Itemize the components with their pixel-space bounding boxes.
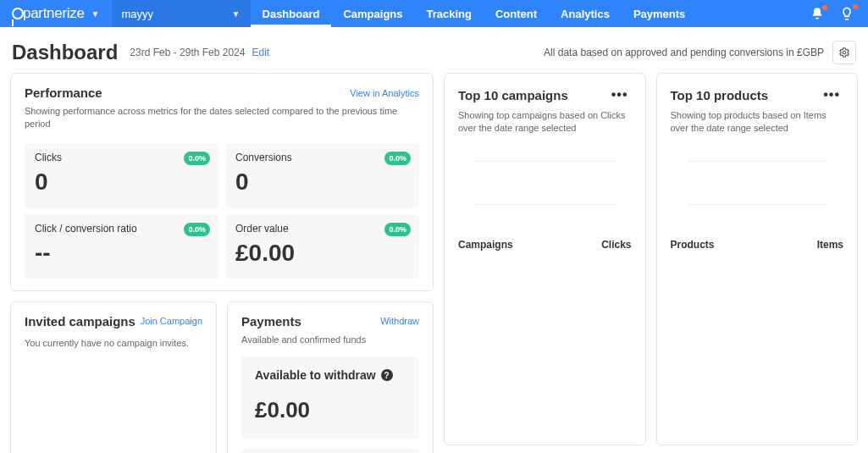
col-items: Items <box>817 239 843 251</box>
nav-dashboard[interactable]: Dashboard <box>251 0 332 27</box>
chevron-down-icon: ▼ <box>91 9 100 19</box>
metric-value: 0 <box>35 168 208 196</box>
metric-conversions: 0.0% Conversions 0 <box>225 143 419 207</box>
performance-title: Performance <box>25 86 102 100</box>
confirmed-box: Confirmed for payment ? £0.00 <box>241 449 419 453</box>
lightbulb-icon <box>839 6 854 21</box>
payments-card: Payments Withdraw Available and confirme… <box>227 301 434 453</box>
page-title: Dashboard <box>12 41 118 64</box>
notification-dot <box>853 4 858 9</box>
join-campaign-link[interactable]: Join Campaign <box>141 316 202 326</box>
date-range: 23rd Feb - 29th Feb 2024 <box>130 47 245 58</box>
brand-logo: partnerize <box>12 5 85 22</box>
account-picker[interactable]: mayyy ▼ <box>112 0 251 27</box>
brand-switcher[interactable]: partnerize ▼ <box>0 0 112 27</box>
account-name: mayyy <box>122 8 154 20</box>
nav-campaigns[interactable]: Campaigns <box>331 0 414 27</box>
invited-title: Invited campaigns <box>25 314 135 329</box>
metric-value: -- <box>35 240 208 267</box>
notification-dot <box>822 5 827 10</box>
col-clicks: Clicks <box>601 239 631 251</box>
nav-tracking[interactable]: Tracking <box>415 0 484 27</box>
pct-badge: 0.0% <box>384 223 411 236</box>
metric-label: Conversions <box>235 152 409 163</box>
view-analytics-link[interactable]: View in Analytics <box>350 88 419 98</box>
top-products-title: Top 10 products <box>671 88 769 102</box>
available-box: Available to withdraw ? £0.00 <box>241 356 419 439</box>
metric-value: 0 <box>235 168 409 196</box>
help-button[interactable] <box>839 6 854 21</box>
help-icon[interactable]: ? <box>381 369 393 381</box>
top-products-subtitle: Showing top products based on Items over… <box>671 109 844 135</box>
metric-label: Order value <box>235 223 409 235</box>
nav-analytics[interactable]: Analytics <box>549 0 622 27</box>
col-campaigns: Campaigns <box>458 239 513 251</box>
metric-clicks: 0.0% Clicks 0 <box>25 143 218 207</box>
top-campaigns-subtitle: Showing top campaigns based on Clicks ov… <box>458 109 632 135</box>
metric-ratio: 0.0% Click / conversion ratio -- <box>25 214 218 279</box>
pct-badge: 0.0% <box>184 223 210 236</box>
nav-content[interactable]: Content <box>484 0 549 27</box>
notifications-button[interactable] <box>810 7 824 20</box>
pct-badge: 0.0% <box>384 152 411 165</box>
performance-subtitle: Showing performance across metrics for t… <box>25 105 419 131</box>
withdraw-link[interactable]: Withdraw <box>380 316 419 326</box>
settings-button[interactable] <box>832 41 856 64</box>
data-note: All data based on approved and pending c… <box>544 47 824 58</box>
card-menu-button[interactable]: ••• <box>608 86 632 104</box>
topbar-right <box>810 6 868 21</box>
divider <box>688 161 827 162</box>
invited-body: You currently have no campaign invites. <box>25 337 202 350</box>
top-products-card: Top 10 products ••• Showing top products… <box>656 73 859 445</box>
nav-payments[interactable]: Payments <box>622 0 697 27</box>
col-products: Products <box>671 239 715 251</box>
page-header: Dashboard 23rd Feb - 29th Feb 2024 Edit … <box>0 27 868 73</box>
payments-subtitle: Available and confirmed funds <box>241 334 419 346</box>
available-label: Available to withdraw <box>255 368 376 382</box>
top-campaigns-card: Top 10 campaigns ••• Showing top campaig… <box>444 73 646 445</box>
edit-date-link[interactable]: Edit <box>252 47 269 58</box>
metric-order-value: 0.0% Order value £0.00 <box>225 214 419 279</box>
top-campaigns-title: Top 10 campaigns <box>458 88 568 102</box>
topbar: partnerize ▼ mayyy ▼ Dashboard Campaigns… <box>0 0 868 27</box>
metric-value: £0.00 <box>235 240 409 267</box>
divider <box>475 161 615 162</box>
metric-label: Clicks <box>35 152 208 163</box>
invited-campaigns-card: Invited campaigns Join Campaign You curr… <box>10 301 217 453</box>
payments-title: Payments <box>241 314 301 329</box>
card-menu-button[interactable]: ••• <box>820 86 843 104</box>
logo-icon <box>12 8 24 19</box>
divider <box>688 204 827 205</box>
svg-point-0 <box>843 51 846 54</box>
gear-icon <box>838 47 850 58</box>
performance-card: Performance View in Analytics Showing pe… <box>10 73 434 291</box>
pct-badge: 0.0% <box>184 152 210 165</box>
divider <box>475 204 615 205</box>
main-grid: Performance View in Analytics Showing pe… <box>0 73 868 453</box>
available-value: £0.00 <box>255 397 406 423</box>
main-nav: Dashboard Campaigns Tracking Content Ana… <box>251 0 698 27</box>
metric-label: Click / conversion ratio <box>35 223 208 235</box>
chevron-down-icon: ▼ <box>232 9 240 19</box>
